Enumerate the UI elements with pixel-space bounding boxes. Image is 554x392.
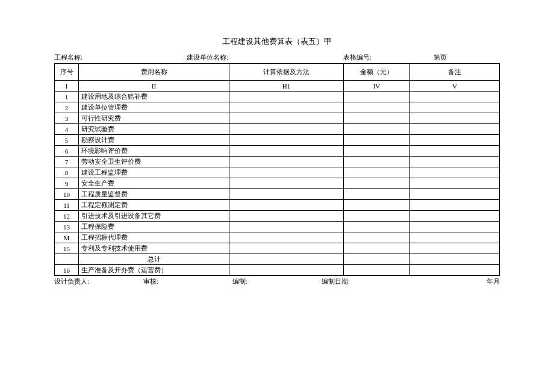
- cell-amount: [344, 146, 410, 157]
- cell-amount: [344, 265, 410, 276]
- cell-seq: 4: [55, 124, 79, 135]
- cell-name: 工程招标代理费: [79, 232, 229, 243]
- cell-note: [410, 113, 500, 124]
- cell-name: 建设工程监理费: [79, 167, 229, 178]
- cell-amount: [344, 178, 410, 189]
- cell-name: 可行性研究费: [79, 113, 229, 124]
- cell-seq: 3: [55, 113, 79, 124]
- cell-seq: 1: [55, 92, 79, 102]
- formno-label: 表格编号:: [343, 53, 372, 62]
- cell-name: 专利及专利技术使用费: [79, 243, 229, 254]
- hdr-amount: 金额（元）: [344, 64, 410, 81]
- hdr2-name: II: [79, 81, 229, 92]
- cell-name: 工程质量监督费: [79, 189, 229, 200]
- cell-amount: [344, 243, 410, 254]
- cell-seq: 9: [55, 178, 79, 189]
- cell-seq: M: [55, 232, 79, 243]
- cell-calc: [229, 167, 344, 178]
- cell-note: [410, 102, 500, 113]
- cell-name: 引进技术及引进设备其它费: [79, 211, 229, 222]
- cell-note: [410, 178, 500, 189]
- unit-label: 建设单位名称:: [187, 53, 228, 62]
- cell-calc: [229, 102, 344, 113]
- cell-calc: [229, 232, 344, 243]
- cell-amount: [344, 222, 410, 232]
- cell-amount: [344, 92, 410, 102]
- cell-seq: 15: [55, 243, 79, 254]
- table-row: 15专利及专利技术使用费: [55, 243, 500, 254]
- table-row: 总计: [55, 254, 500, 265]
- cell-note: [410, 157, 500, 167]
- table-row: 3可行性研究费: [55, 113, 500, 124]
- cell-amount: [344, 124, 410, 135]
- cell-calc: [229, 146, 344, 157]
- cell-seq: 12: [55, 211, 79, 222]
- table-row: 1建设用地及综合赔补费: [55, 92, 500, 102]
- cell-seq: 8: [55, 167, 79, 178]
- page-title: 工程建设其他费算表（表五）甲: [54, 36, 500, 47]
- cell-calc: [229, 200, 344, 211]
- cell-note: [410, 232, 500, 243]
- yearmonth-label: 年月: [487, 278, 500, 285]
- hdr-note: 备注: [410, 64, 500, 81]
- cell-name: 建设单位管理费: [79, 102, 229, 113]
- cell-seq: 16: [55, 265, 79, 276]
- cell-note: [410, 167, 500, 178]
- cell-amount: [344, 189, 410, 200]
- cell-note: [410, 124, 500, 135]
- cell-seq: 10: [55, 189, 79, 200]
- table-row: M工程招标代理费: [55, 232, 500, 243]
- hdr2-seq: I: [55, 81, 79, 92]
- hdr2-note: V: [410, 81, 500, 92]
- table-row: 2建设单位管理费: [55, 102, 500, 113]
- cell-calc: [229, 254, 344, 265]
- cell-amount: [344, 200, 410, 211]
- table-row: 13工程保险费: [55, 222, 500, 232]
- table-row: 6环境影响评价费: [55, 146, 500, 157]
- cell-amount: [344, 157, 410, 167]
- cell-name: 安全生产费: [79, 178, 229, 189]
- cell-name: 勘察设计费: [79, 135, 229, 146]
- cell-name: 建设用地及综合赔补费: [79, 92, 229, 102]
- cell-amount: [344, 135, 410, 146]
- cell-calc: [229, 178, 344, 189]
- table-row: 8建设工程监理费: [55, 167, 500, 178]
- cell-note: [410, 243, 500, 254]
- table-row: 11工程定额测定费: [55, 200, 500, 211]
- table-row: 12引进技术及引进设备其它费: [55, 211, 500, 222]
- cell-calc: [229, 243, 344, 254]
- cell-seq: 13: [55, 222, 79, 232]
- cell-name: 工程保险费: [79, 222, 229, 232]
- table-header2-row: I II H1 IV V: [55, 81, 500, 92]
- cell-note: [410, 211, 500, 222]
- cell-amount: [344, 113, 410, 124]
- cell-name: 总计: [79, 254, 229, 265]
- table-row: 9安全生产费: [55, 178, 500, 189]
- hdr2-calc: H1: [229, 81, 344, 92]
- cell-note: [410, 92, 500, 102]
- cell-note: [410, 135, 500, 146]
- cell-seq: 6: [55, 146, 79, 157]
- table-row: 5勘察设计费: [55, 135, 500, 146]
- cell-name: 环境影响评价费: [79, 146, 229, 157]
- project-label: 工程名称:: [54, 53, 82, 62]
- cell-calc: [229, 211, 344, 222]
- cell-note: [410, 146, 500, 157]
- cell-name: 研究试验费: [79, 124, 229, 135]
- cell-note: [410, 254, 500, 265]
- cell-seq: 7: [55, 157, 79, 167]
- cell-amount: [344, 254, 410, 265]
- cell-amount: [344, 102, 410, 113]
- cell-note: [410, 222, 500, 232]
- cell-amount: [344, 211, 410, 222]
- cell-note: [410, 265, 500, 276]
- table-row: 7劳动安全卫生评价费: [55, 157, 500, 167]
- cell-seq: 5: [55, 135, 79, 146]
- cell-name: 生产准备及开办费（运营费）: [79, 265, 229, 276]
- cell-seq: 2: [55, 102, 79, 113]
- cell-calc: [229, 222, 344, 232]
- cell-calc: [229, 157, 344, 167]
- table-row: 4研究试验费: [55, 124, 500, 135]
- date-label: 编制日期:: [322, 278, 350, 285]
- cell-name: 劳动安全卫生评价费: [79, 157, 229, 167]
